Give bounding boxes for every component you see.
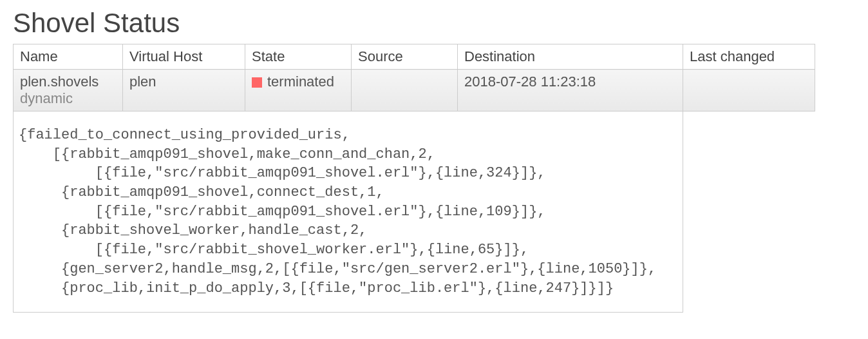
cell-source: [352, 70, 458, 111]
error-stacktrace: {failed_to_connect_using_provided_uris, …: [14, 111, 683, 312]
header-state[interactable]: State: [245, 44, 352, 70]
cell-destination: 2018-07-28 11:23:18: [458, 70, 683, 111]
cell-vhost: plen: [123, 70, 245, 111]
page-title: Shovel Status: [13, 8, 855, 39]
shovel-status-table: Name Virtual Host State Source Destinati…: [13, 44, 815, 313]
header-last-changed[interactable]: Last changed: [683, 44, 815, 70]
shovel-type: dynamic: [20, 90, 73, 106]
state-indicator-icon: [252, 77, 262, 88]
header-name[interactable]: Name: [14, 44, 123, 70]
header-destination[interactable]: Destination: [458, 44, 683, 70]
shovel-name: plen.shovels: [20, 73, 99, 90]
cell-name: plen.shovels dynamic: [14, 70, 123, 111]
cell-last-changed: [683, 70, 815, 111]
header-vhost[interactable]: Virtual Host: [123, 44, 245, 70]
cell-state: terminated: [245, 70, 352, 111]
table-header-row: Name Virtual Host State Source Destinati…: [14, 44, 815, 70]
error-cell: {failed_to_connect_using_provided_uris, …: [14, 111, 683, 313]
state-text: terminated: [267, 73, 334, 90]
error-row: {failed_to_connect_using_provided_uris, …: [14, 111, 815, 313]
table-row[interactable]: plen.shovels dynamic plen terminated 201…: [14, 70, 815, 111]
header-source[interactable]: Source: [352, 44, 458, 70]
